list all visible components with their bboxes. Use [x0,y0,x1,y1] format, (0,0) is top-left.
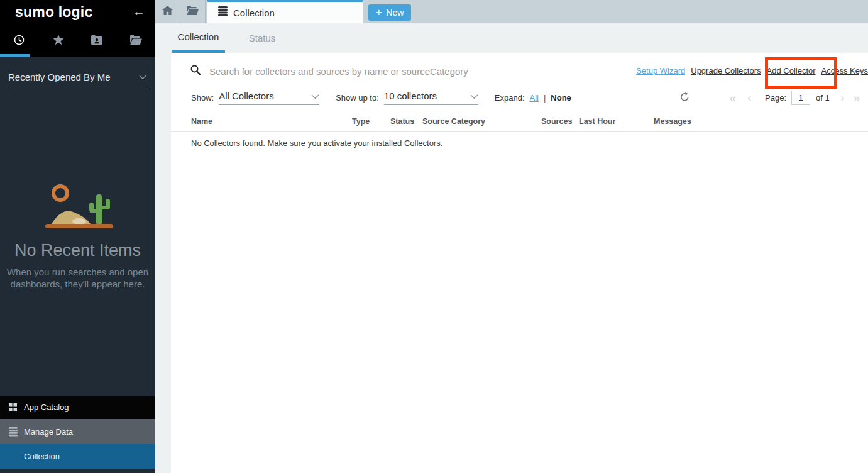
subtab-collection[interactable]: Collection [172,23,225,53]
chevron-down-icon [311,91,319,101]
left-sidebar: sumo logic ← [0,0,155,473]
show-dropdown[interactable]: All Collectors [219,91,319,105]
tab-personal-folder[interactable] [78,33,117,49]
no-recent-items-title: No Recent Items [0,241,155,260]
library-button[interactable] [180,0,206,23]
sidebar-header: sumo logic ← [0,0,155,57]
refresh-icon [680,92,689,104]
folder-open-icon [187,6,199,18]
database-icon [218,6,228,19]
prev-page-icon[interactable]: ‹ [747,92,751,104]
ground-shape [45,224,113,228]
recent-filter-underline [6,87,146,87]
first-page-icon[interactable]: « [730,92,737,104]
main-area: Collection + New Collection Status Setup… [155,0,868,473]
tab-favorites[interactable] [39,33,78,49]
grid-icon [9,403,17,411]
show-up-to-value: 10 collectors [384,91,437,101]
column-header-source-category[interactable]: Source Category [422,117,541,131]
upgrade-collectors-link[interactable]: Upgrade Collectors [691,66,761,75]
column-header-last-hour[interactable]: Last Hour [579,117,654,131]
recent-filter-dropdown[interactable]: Recently Opened By Me [8,67,146,87]
folder-open-icon [130,35,142,47]
action-links: Setup Wizard Upgrade Collectors Add Coll… [636,66,868,75]
database-icon [9,427,18,437]
column-header-status[interactable]: Status [390,117,422,131]
search-bar [190,62,511,81]
column-header-sources[interactable]: Sources [541,117,579,131]
sidebar-item-label: Manage Data [24,427,73,437]
desert-illustration [0,182,155,235]
collection-panel: Setup Wizard Upgrade Collectors Add Coll… [171,53,868,473]
collectors-table-header: Name Type Status Source Category Sources… [171,117,868,132]
tab-label: Collection [233,8,275,18]
empty-table-message: No Collectors found. Make sure you activ… [191,138,442,148]
sidebar-item-manage-data[interactable]: Manage Data [0,419,155,444]
search-icon [190,65,201,77]
last-page-icon[interactable]: » [853,92,860,104]
tab-recent[interactable] [0,33,39,49]
show-label: Show: [191,93,214,103]
sidebar-item-collection[interactable]: Collection [0,444,155,469]
filter-bar: Show: All Collectors Show up to: 10 coll… [191,89,571,106]
sumo-logic-logo: sumo logic [15,4,92,21]
recent-filter-label: Recently Opened By Me [8,72,111,82]
expand-label: Expand: [495,93,525,103]
expand-none-link[interactable]: None [551,93,571,103]
clock-icon [14,35,25,48]
home-button[interactable] [155,0,180,23]
new-tab-button[interactable]: + New [368,4,411,21]
expand-all-link[interactable]: All [530,93,539,103]
folder-user-icon [91,35,102,47]
expand-separator: | [544,93,546,103]
access-keys-link[interactable]: Access Keys [821,66,868,75]
pagination: « ‹ Page: of 1 › » [730,90,860,105]
setup-wizard-link[interactable]: Setup Wizard [636,66,685,75]
column-header-name[interactable]: Name [191,117,352,131]
sun-icon [53,186,67,200]
tab-library[interactable] [116,33,155,49]
star-icon [53,35,64,48]
top-tab-strip: Collection + New [155,0,868,23]
home-icon [162,6,173,18]
search-input[interactable] [209,66,511,77]
sidebar-item-label: Collection [24,452,60,461]
sidebar-item-label: App Catalog [24,403,69,412]
page-number-input[interactable] [791,91,810,105]
tab-collection[interactable]: Collection [207,0,363,23]
new-button-label: New [386,8,404,18]
show-dropdown-value: All Collectors [219,91,274,101]
page-of-label: of 1 [816,93,830,103]
show-up-to-dropdown[interactable]: 10 collectors [384,91,478,105]
no-recent-items-description: When you run searches and open dashboard… [0,266,155,290]
collapse-sidebar-icon[interactable]: ← [133,5,145,18]
sub-tab-bar: Collection Status [155,23,868,53]
plus-icon: + [376,7,382,18]
next-page-icon[interactable]: › [841,92,845,104]
page-label: Page: [765,93,786,103]
column-header-messages[interactable]: Messages [654,117,868,131]
sidebar-icon-tabs [0,33,155,49]
chevron-down-icon [470,91,478,101]
sidebar-item-app-catalog[interactable]: App Catalog [0,396,155,419]
chevron-down-icon [139,71,146,82]
subtab-status[interactable]: Status [237,23,287,53]
refresh-button[interactable] [680,92,689,104]
column-header-type[interactable]: Type [352,117,390,131]
add-collector-link[interactable]: Add Collector [767,66,816,75]
show-up-to-label: Show up to: [336,93,379,103]
active-sidebar-tab-indicator [0,54,30,57]
